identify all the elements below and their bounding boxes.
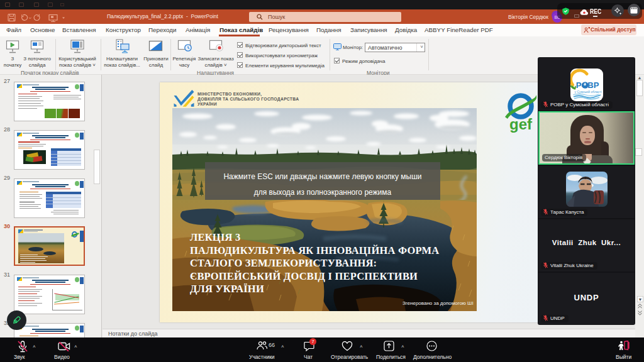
svg-text:у Сумській області: у Сумській області: [575, 90, 602, 94]
svg-text:gef: gef: [509, 116, 533, 133]
